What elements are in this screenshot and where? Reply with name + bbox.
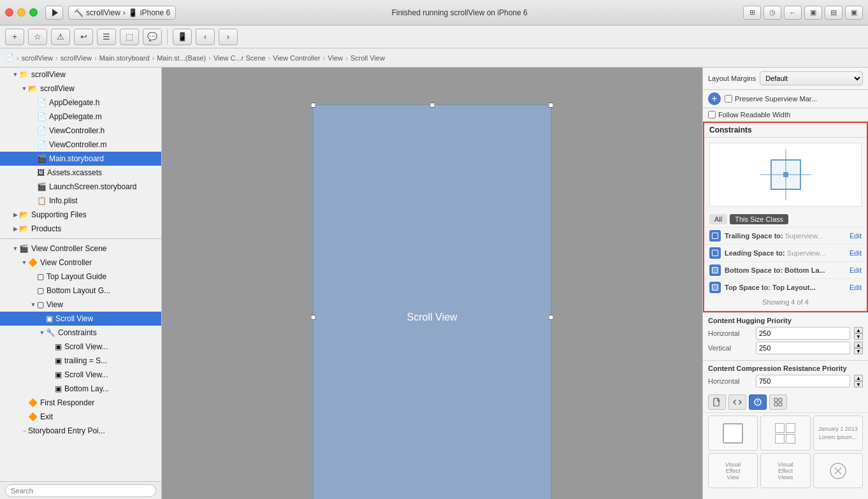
hugging-vertical-input[interactable] [756,342,850,354]
widget-custom[interactable] [813,453,863,488]
handle-top-right[interactable] [549,103,554,108]
nav-fwd-btn[interactable]: › [219,29,238,45]
breadcrumb-vcscene[interactable]: View C...r Scene [213,54,266,62]
compression-h-input[interactable] [756,375,850,387]
edit-btn-top[interactable]: Edit [850,284,862,291]
inspector-tab-code[interactable] [728,394,746,410]
comment-btn[interactable]: 💬 [143,29,162,45]
tree-item-supporting-files[interactable]: ▶ 📂 Supporting Files [0,208,161,222]
tree-item-root[interactable]: ▼ 📁 scrollView [0,68,161,82]
scene-item-exit[interactable]: 🔶 Exit [0,410,161,424]
hugging-vertical-stepper[interactable]: ▲ ▼ [854,342,863,354]
activity-btn[interactable]: ◷ [763,6,781,20]
hugging-h-down[interactable]: ▼ [854,333,863,340]
scene-item-scroll-view[interactable]: ▣ Scroll View [0,312,161,326]
layout-margins-dropdown[interactable]: Default [760,71,863,85]
list-btn[interactable]: ☰ [97,29,116,45]
handle-mid-left[interactable] [311,315,316,320]
scene-item-view[interactable]: ▼ ▢ View [0,298,161,312]
breadcrumb-view[interactable]: View [328,54,343,62]
edit-btn-leading[interactable]: Edit [850,249,862,257]
handle-mid-right[interactable] [549,315,554,320]
nav-back-btn[interactable]: ‹ [196,29,215,45]
widget-visual-effect[interactable]: VisualEffectView [708,453,758,488]
left-panel: ▼ 📁 scrollView ▼ 📂 scrollView 📄 AppDeleg… [0,68,162,499]
size-tab-all[interactable]: All [709,214,727,224]
scene-item-c-scroll2[interactable]: ▣ Scroll View... [0,368,161,382]
preserve-superview-check[interactable] [725,95,732,103]
minimize-button[interactable] [17,8,25,17]
scene-item-first-responder[interactable]: 🔶 First Responder [0,396,161,410]
window-title: Finished running scrollView on iPhone 6 [176,8,743,17]
breadcrumb-mainstoryboard[interactable]: Main.storyboard [99,54,150,62]
tree-item-vc-h[interactable]: 📄 ViewController.h [0,124,161,138]
edit-btn-trailing[interactable]: Edit [850,232,862,240]
tree-item-scrollview-group[interactable]: ▼ 📂 scrollView [0,82,161,96]
scene-item-c-scroll1[interactable]: ▣ Scroll View... [0,340,161,354]
inspector-tab-circle[interactable] [749,394,767,410]
search-input[interactable] [5,484,156,497]
tree-item-infoplist[interactable]: 📋 Info.plist [0,194,161,208]
hugging-horizontal-input[interactable] [756,327,850,340]
breadcrumb-scrollview2[interactable]: scrollView [61,54,92,62]
label-c4: Bottom Lay... [64,384,109,393]
back-btn[interactable]: ← [784,6,802,20]
favorites-btn[interactable]: ☆ [28,29,47,45]
diff-btn[interactable]: ⬚ [120,29,139,45]
run-button[interactable] [45,6,63,20]
widget-single-view[interactable] [708,416,758,451]
handle-top-left[interactable] [311,103,316,108]
breadcrumb-scrollview1[interactable]: scrollView [22,54,53,62]
widget-template-view[interactable]: January 1 2013 Lorem ipsum... [813,416,863,451]
layout-btn1[interactable]: ▤ [825,6,843,20]
device-btn[interactable]: 📱 [173,29,192,45]
hugging-v-up[interactable]: ▲ [854,342,863,348]
tree-item-vc-m[interactable]: 📄 ViewController.m [0,138,161,152]
hugging-v-down[interactable]: ▼ [854,348,863,354]
tree-item-launchscreen[interactable]: 🎬 LaunchScreen.storyboard [0,180,161,194]
handle-top-mid[interactable] [430,103,435,108]
split-editor[interactable]: ▣ [804,6,822,20]
size-tab-this[interactable]: This Size Class [730,214,788,224]
view-toggle-editor[interactable]: ⊞ [743,6,761,20]
warning-btn[interactable]: ⚠ [51,29,70,45]
inspector-tab-file[interactable] [708,394,726,410]
constraint-icon-c1: ▣ [55,342,62,351]
scene-item-constraints[interactable]: ▼ 🔧 Constraints [0,326,161,340]
scene-item-bottom-layout[interactable]: ▢ Bottom Layout G... [0,284,161,298]
tree-item-appdelegate-m[interactable]: 📄 AppDelegate.m [0,110,161,124]
inspector-tab-grid[interactable] [769,394,787,410]
scheme-selector[interactable]: 🔨 scrollView › 📱 iPhone 6 [68,6,176,20]
widget-split-view[interactable] [760,416,810,451]
tree-item-main-storyboard[interactable]: 🎬 Main.storyboard [0,152,161,166]
scene-item-top-layout[interactable]: ▢ Top Layout Guide [0,270,161,284]
compression-h-down[interactable]: ▼ [854,381,863,387]
tree-item-products[interactable]: ▶ 📂 Products [0,222,161,236]
follow-readable-check[interactable] [708,111,716,119]
scene-item-storyboard-entry[interactable]: → Storyboard Entry Poi... [0,424,161,438]
iphone-screen[interactable]: Scroll View [313,105,552,499]
scene-item-vc[interactable]: ▼ 🔶 View Controller [0,256,161,270]
tree-item-appdelegate-h[interactable]: 📄 AppDelegate.h [0,96,161,110]
add-constraint-btn[interactable]: + [708,92,721,105]
hugging-h-up[interactable]: ▲ [854,327,863,333]
breadcrumb-mainbase[interactable]: Main.st...(Base) [157,54,206,62]
layout-btn2[interactable]: ▣ [845,6,863,20]
constraint-row-bottom: Bottom Space to: Bottom La... Edit [704,261,867,278]
add-file-btn[interactable]: + [5,29,24,45]
tree-item-assets[interactable]: 🖼 Assets.xcassets [0,166,161,180]
compression-h-stepper[interactable]: ▲ ▼ [854,375,863,387]
widget-visual-effects[interactable]: VisualEffectViews [760,453,810,488]
breadcrumb: 📄 › scrollView › scrollView › Main.story… [0,48,868,68]
scene-item-vc-scene[interactable]: ▼ 🎬 View Controller Scene [0,242,161,256]
breadcrumb-scrollview[interactable]: Scroll View [351,54,385,62]
close-button[interactable] [5,8,13,17]
scene-item-c-bottom[interactable]: ▣ Bottom Lay... [0,382,161,396]
error-btn[interactable]: ↩ [74,29,93,45]
compression-h-up[interactable]: ▲ [854,375,863,381]
breadcrumb-vc[interactable]: View Controller [273,54,320,62]
maximize-button[interactable] [29,8,38,17]
scene-item-c-trailing[interactable]: ▣ trailing = S... [0,354,161,368]
hugging-horizontal-stepper[interactable]: ▲ ▼ [854,327,863,340]
edit-btn-bottom[interactable]: Edit [850,266,862,274]
